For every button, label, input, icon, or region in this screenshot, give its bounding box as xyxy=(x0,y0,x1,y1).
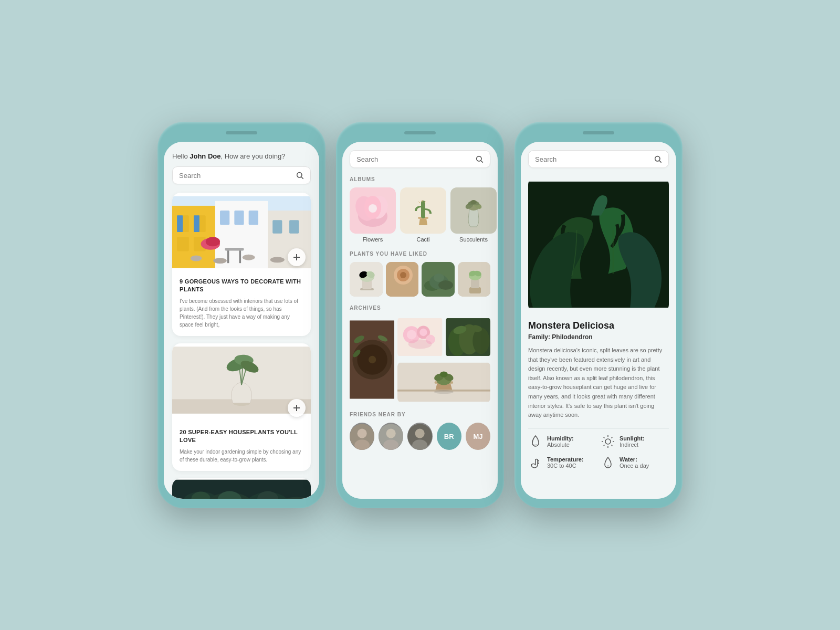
album-succulents[interactable]: Succulents xyxy=(450,187,497,243)
svg-point-133 xyxy=(605,439,611,444)
archive-3-svg xyxy=(446,316,490,358)
svg-point-128 xyxy=(415,428,425,438)
stat-water: Water: Once a day xyxy=(601,455,669,470)
album-flowers[interactable]: Flowers xyxy=(350,187,396,243)
article-title-1: 9 GORGEOUS WAYS TO DECORATE WITH PLANTS xyxy=(180,278,303,294)
article-body-2: 20 SUPER-EASY HOUSEPLANTS YOU'LL LOVE Ma… xyxy=(172,422,311,471)
phones-container: Hello John Doe, How are you doing? xyxy=(158,122,682,508)
sunlight-icon xyxy=(601,434,615,449)
humidity-icon xyxy=(528,434,543,449)
friend-avatar-2[interactable] xyxy=(379,423,403,450)
album-thumb-succulents xyxy=(450,187,497,234)
friend-avatar-1[interactable] xyxy=(350,423,374,450)
svg-line-141 xyxy=(604,445,605,446)
svg-point-84 xyxy=(438,280,453,290)
liked-plant-3[interactable] xyxy=(422,262,455,297)
stat-temperature: Temperature: 30C to 40C xyxy=(528,455,596,470)
friend-avatar-3[interactable] xyxy=(407,423,432,450)
phone-3: Monstera Deliciosa Family: Philodendron … xyxy=(514,122,682,508)
family-value: Philodendron xyxy=(552,333,592,341)
search-input-2[interactable] xyxy=(356,155,475,163)
svg-point-0 xyxy=(297,173,302,177)
album-cacti[interactable]: Cacti xyxy=(400,187,446,243)
stat-sunlight: Sunlight: Indirect xyxy=(601,434,669,449)
svg-point-95 xyxy=(369,356,376,363)
svg-point-21 xyxy=(191,256,202,261)
svg-point-24 xyxy=(270,257,285,262)
article-desc-2: Make your indoor gardening simple by cho… xyxy=(180,448,303,464)
succulent-dark-svg xyxy=(172,478,311,499)
album-label-flowers: Flowers xyxy=(363,236,383,243)
water-icon xyxy=(601,455,615,470)
article-body-1: 9 GORGEOUS WAYS TO DECORATE WITH PLANTS … xyxy=(172,271,311,336)
search-input-3[interactable] xyxy=(535,155,654,163)
succulents-thumb-svg xyxy=(450,187,497,234)
humidity-svg xyxy=(529,434,542,449)
search-icon-3 xyxy=(654,155,662,163)
liked-plant-1[interactable] xyxy=(350,262,383,297)
svg-point-122 xyxy=(358,428,367,438)
sunlight-text: Sunlight: Indirect xyxy=(620,435,645,448)
archive-1-svg xyxy=(350,316,394,403)
search-bar-1[interactable] xyxy=(172,166,311,184)
sunlight-svg xyxy=(601,435,615,448)
svg-point-30 xyxy=(296,257,297,258)
article-image-2 xyxy=(172,343,311,422)
albums-label: ALBUMS xyxy=(350,176,490,182)
svg-rect-8 xyxy=(177,237,189,251)
svg-point-103 xyxy=(420,329,427,336)
svg-line-131 xyxy=(659,161,662,163)
album-thumb-flowers xyxy=(350,187,396,234)
svg-point-70 xyxy=(470,200,477,204)
water-text: Water: Once a day xyxy=(620,456,649,469)
svg-rect-14 xyxy=(234,211,244,225)
friend-3-svg xyxy=(407,423,432,450)
liked-row xyxy=(350,262,490,297)
archive-thumb-3[interactable] xyxy=(446,316,490,358)
svg-rect-10 xyxy=(177,215,183,232)
greeting-text: Hello John Doe, How are you doing? xyxy=(172,152,311,160)
article-card-3[interactable] xyxy=(172,478,311,499)
album-thumb-cacti xyxy=(400,187,446,234)
temperature-text: Temperature: 30C to 40C xyxy=(547,456,583,469)
phone-2: ALBUMS xyxy=(336,122,504,508)
svg-point-119 xyxy=(440,372,448,377)
plant-name: Monstera Deliciosa xyxy=(528,320,669,331)
album-label-succulents: Succulents xyxy=(459,236,488,243)
archive-thumb-2[interactable] xyxy=(397,316,442,358)
archive-thumb-1[interactable] xyxy=(350,316,394,403)
svg-point-85 xyxy=(434,274,444,282)
archive-thumb-4[interactable] xyxy=(397,361,490,403)
flowers-thumb-svg xyxy=(350,187,396,234)
stat-humidity: Humidity: Absolute xyxy=(528,434,596,449)
svg-point-23 xyxy=(243,255,255,260)
album-label-cacti: Cacti xyxy=(416,236,429,243)
search-bar-2[interactable] xyxy=(350,150,490,168)
friends-row: BR MJ xyxy=(350,423,490,450)
friend-avatar-mj[interactable]: MJ xyxy=(466,423,490,450)
search-icon-1 xyxy=(296,171,304,180)
svg-line-138 xyxy=(604,437,605,438)
article-card-1[interactable]: 9 GORGEOUS WAYS TO DECORATE WITH PLANTS … xyxy=(172,193,311,336)
liked-plant-2[interactable] xyxy=(386,262,419,297)
article-image-3 xyxy=(172,478,311,499)
archives-label: ARCHIVES xyxy=(350,305,490,311)
friends-label: FRIENDS NEAR BY xyxy=(350,412,490,417)
liked-plant-4[interactable] xyxy=(458,262,491,297)
plant-hero-image xyxy=(528,176,669,313)
phone-2-screen: ALBUMS xyxy=(342,142,498,499)
svg-line-139 xyxy=(612,445,613,446)
svg-point-80 xyxy=(400,272,406,278)
search-bar-3[interactable] xyxy=(528,150,669,168)
search-input-1[interactable] xyxy=(179,172,296,180)
archive-4-svg xyxy=(397,361,490,403)
svg-point-50 xyxy=(477,156,481,161)
friend-avatar-br[interactable]: BR xyxy=(437,423,461,450)
svg-point-105 xyxy=(408,339,432,349)
article-desc-1: I've become obsessed with interiors that… xyxy=(180,297,303,329)
phone-1-screen: Hello John Doe, How are you doing? xyxy=(164,142,319,499)
temperature-svg xyxy=(530,455,541,470)
article-card-2[interactable]: 20 SUPER-EASY HOUSEPLANTS YOU'LL LOVE Ma… xyxy=(172,343,311,471)
add-btn-2[interactable] xyxy=(288,399,306,417)
add-btn-1[interactable] xyxy=(288,248,306,266)
